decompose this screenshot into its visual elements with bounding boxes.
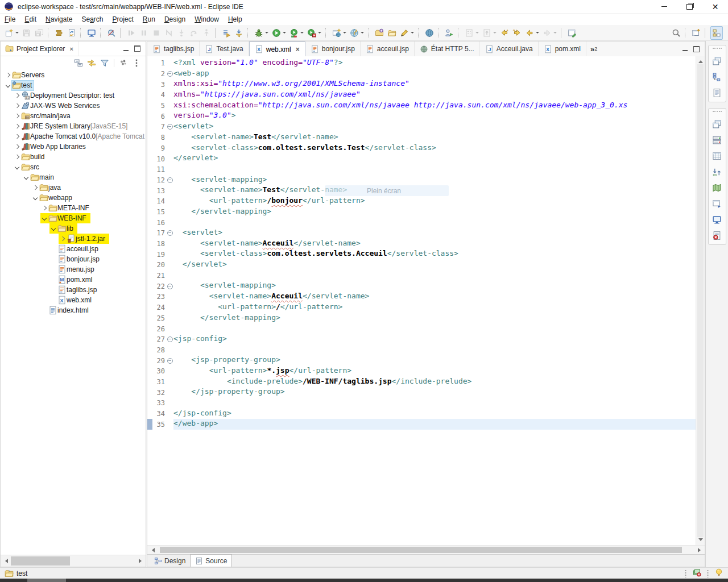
chevron-down-icon[interactable] — [40, 217, 48, 220]
explorer-horizontal-scrollbar[interactable] — [1, 555, 146, 567]
restore-window-button[interactable] — [677, 0, 702, 13]
scroll-down-icon[interactable] — [698, 538, 703, 543]
resume-button[interactable] — [126, 27, 137, 39]
tree-item-menu-jsp[interactable]: menu.jsp — [1, 264, 146, 275]
open-perspective-button[interactable] — [690, 27, 702, 39]
chevron-right-icon[interactable] — [13, 135, 21, 138]
tab-source[interactable]: Source — [190, 554, 232, 567]
editor-horizontal-scrollbar[interactable] — [147, 545, 705, 554]
error-log-view-button[interactable] — [712, 230, 723, 241]
new-button[interactable] — [3, 27, 20, 39]
properties-view-button[interactable] — [712, 150, 723, 161]
tree-item-apache-tomcat-v10-0[interactable]: Apache Tomcat v10.0 [Apache Tomcat — [1, 131, 146, 142]
editor-tab-web-xml[interactable]: Xweb.xml× — [249, 41, 305, 57]
tree-item-jax-ws-web-services[interactable]: JAX-WS Web Services — [1, 101, 146, 111]
drag-handle[interactable] — [713, 111, 722, 114]
menu-help[interactable]: Help — [224, 14, 247, 24]
restore-pane-button[interactable] — [712, 55, 723, 66]
fold-collapse-icon[interactable] — [167, 358, 173, 364]
scroll-left-icon[interactable] — [147, 548, 156, 552]
run-external-button[interactable] — [306, 27, 322, 39]
view-settings-button[interactable] — [118, 58, 129, 68]
tree-item-web-xml[interactable]: Xweb.xml — [1, 295, 146, 305]
servers-view-button[interactable] — [712, 134, 723, 146]
documentation-view-button[interactable] — [712, 87, 723, 98]
tree-item-src-main-java[interactable]: src/main/java — [1, 111, 146, 121]
debug-button[interactable] — [253, 27, 270, 39]
console-view-button[interactable] — [712, 214, 723, 225]
git-staging-view-button[interactable] — [712, 166, 723, 177]
notifications-button[interactable] — [714, 568, 723, 579]
tab-design[interactable]: Design — [150, 555, 190, 567]
web-browser-button[interactable] — [349, 27, 365, 39]
chevron-down-icon[interactable] — [22, 176, 30, 179]
editor-tab-acceuil-java[interactable]: JAcceuil.java — [480, 41, 539, 56]
vscroll-thumb[interactable] — [697, 64, 704, 537]
chevron-right-icon[interactable] — [31, 186, 39, 189]
tree-item-webapp[interactable]: webapp — [1, 193, 146, 203]
fold-collapse-icon[interactable] — [167, 177, 173, 183]
run-to-line-button[interactable] — [221, 27, 232, 39]
scroll-right-icon[interactable] — [136, 559, 146, 563]
drag-handle[interactable] — [713, 48, 722, 51]
fold-collapse-icon[interactable] — [167, 336, 173, 342]
outline-view-button[interactable] — [712, 71, 723, 82]
chevron-down-icon[interactable] — [13, 165, 21, 169]
previous-edit-location-button[interactable] — [499, 27, 510, 39]
link-editor-button[interactable] — [86, 58, 97, 68]
show-console-button[interactable] — [86, 27, 97, 39]
checkout-button[interactable] — [481, 27, 498, 39]
step-return-button[interactable] — [201, 27, 212, 39]
open-web-browser-button[interactable] — [424, 27, 435, 39]
validate-button[interactable] — [444, 27, 455, 39]
back-button[interactable] — [524, 27, 540, 39]
snippets-view-button[interactable] — [712, 198, 723, 209]
step-into-button[interactable] — [176, 27, 187, 39]
tree-item-jre-system-library[interactable]: JRE System Library [JavaSE-15] — [1, 121, 146, 131]
dropdown-arrow-icon[interactable] — [265, 32, 268, 34]
editor-tab-taglibs-jsp[interactable]: taglibs.jsp — [147, 41, 200, 56]
filter-button[interactable] — [100, 58, 110, 68]
forward-button[interactable] — [541, 27, 558, 39]
editor-tab-tat-http-5[interactable]: État HTTP 5... — [415, 41, 480, 56]
use-step-filters-button[interactable] — [233, 27, 245, 39]
dropdown-arrow-icon[interactable] — [283, 32, 286, 34]
view-menu-button[interactable] — [131, 58, 142, 68]
scroll-up-icon[interactable] — [698, 58, 703, 63]
chevron-right-icon[interactable] — [13, 145, 21, 148]
collapse-all-button[interactable] — [73, 58, 84, 68]
menu-edit[interactable]: Edit — [20, 14, 41, 24]
dropdown-arrow-icon[interactable] — [15, 32, 19, 34]
minimize-view-button[interactable] — [123, 50, 129, 51]
palette-view-button[interactable] — [712, 182, 723, 193]
tree-item-test[interactable]: test — [1, 80, 146, 90]
tree-item-taglibs-jsp[interactable]: taglibs.jsp — [1, 285, 146, 295]
close-tab-icon[interactable]: × — [296, 45, 300, 53]
xml-editor[interactable]: 1234567891011121314151617181920212223242… — [147, 56, 705, 545]
code-area[interactable]: <?xml version="1.0" encoding="UTF-8"?><w… — [173, 56, 696, 545]
tree-item-jstl-1-2-jar[interactable]: jstl-1.2.jar — [1, 234, 146, 244]
dropdown-arrow-icon[interactable] — [475, 32, 479, 34]
scroll-thumb[interactable] — [160, 547, 682, 553]
chevron-down-icon[interactable] — [4, 84, 12, 87]
dropdown-arrow-icon[interactable] — [553, 32, 557, 34]
tab-project-explorer[interactable]: Project Explorer × — [1, 41, 78, 56]
menu-file[interactable]: File — [0, 14, 20, 24]
dropdown-arrow-icon[interactable] — [361, 32, 364, 34]
tree-item-web-inf[interactable]: WEB-INF — [1, 213, 146, 223]
tree-item-meta-inf[interactable]: META-INF — [1, 203, 146, 213]
chevron-down-icon[interactable] — [49, 227, 57, 230]
minimize-window-button[interactable] — [651, 0, 677, 13]
tree-item-index-html[interactable]: index.html — [1, 305, 146, 315]
step-over-button[interactable] — [188, 27, 200, 39]
tree-item-acceuil-jsp[interactable]: acceuil.jsp — [1, 244, 146, 254]
tree-item-main[interactable]: main — [1, 172, 146, 182]
chevron-right-icon[interactable] — [13, 104, 21, 107]
chevron-right-icon[interactable] — [13, 155, 21, 159]
build-ear-button[interactable] — [53, 27, 65, 39]
suspend-button[interactable] — [138, 27, 150, 39]
refresh-button[interactable] — [66, 27, 77, 39]
fold-collapse-icon[interactable] — [167, 284, 173, 289]
menu-design[interactable]: Design — [160, 14, 190, 24]
maximize-editor-button[interactable] — [693, 46, 700, 52]
